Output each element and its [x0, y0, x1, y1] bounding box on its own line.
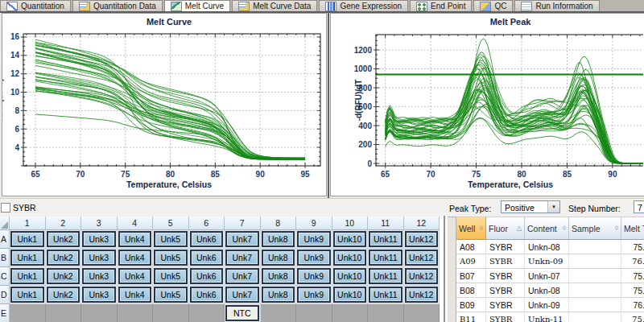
well-C6[interactable]: Unk6 — [190, 268, 224, 284]
well-D9[interactable]: Unk9 — [297, 287, 331, 303]
tab-qc[interactable]: QC — [473, 0, 513, 11]
plate-column-header-11[interactable]: 11 — [368, 217, 404, 230]
plate-column-header-6[interactable]: 6 — [189, 217, 225, 230]
cell-B09-content[interactable]: Unkn-09 — [525, 298, 569, 312]
plate-column-header-4[interactable]: 4 — [118, 217, 154, 230]
well-A11[interactable]: Unk11 — [369, 231, 402, 247]
well-B3[interactable]: Unk3 — [82, 250, 116, 266]
plate-column-header-10[interactable]: 10 — [332, 217, 369, 230]
well-A7[interactable]: Unk7 — [225, 231, 259, 247]
tab-quantitation-data[interactable]: Quantitation Data — [72, 0, 163, 11]
cell-A09-well[interactable]: A09 — [456, 254, 486, 269]
well-D2[interactable]: Unk2 — [47, 287, 80, 303]
well-D1[interactable]: Unk1 — [10, 287, 44, 303]
cell-B11-melt[interactable]: 75. — [621, 312, 644, 322]
cell-B08-fluor[interactable]: SYBR — [486, 283, 525, 298]
well-E12-empty[interactable] — [404, 304, 440, 322]
well-D7[interactable]: Unk7 — [225, 287, 259, 303]
well-E2-empty[interactable] — [46, 304, 82, 322]
cell-A08-fluor[interactable]: SYBR — [486, 240, 525, 254]
well-B1[interactable]: Unk1 — [10, 250, 44, 266]
cell-A08-content[interactable]: Unkn-08 — [525, 240, 569, 254]
well-B10[interactable]: Unk10 — [333, 250, 367, 266]
cell-B07-content[interactable]: Unkn-07 — [525, 269, 569, 283]
well-D12[interactable]: Unk12 — [405, 287, 439, 303]
plate-column-header-3[interactable]: 3 — [81, 217, 118, 230]
well-D6[interactable]: Unk6 — [190, 287, 224, 303]
well-C7[interactable]: Unk7 — [225, 268, 259, 284]
well-D8[interactable]: Unk8 — [262, 287, 295, 303]
plate-select-all-corner[interactable] — [0, 217, 10, 230]
cell-B08-content[interactable]: Unkn-08 — [525, 283, 569, 298]
well-E3-empty[interactable] — [81, 304, 118, 322]
tab-melt-curve[interactable]: Melt Curve — [164, 0, 230, 11]
cell-B09-sample[interactable] — [569, 298, 621, 312]
column-header-well[interactable]: Well◊ — [456, 217, 486, 240]
step-number-input[interactable]: 7 — [634, 200, 644, 213]
cell-B08-well[interactable]: B08 — [456, 283, 486, 298]
well-C11[interactable]: Unk11 — [369, 268, 402, 284]
cell-A08-sample[interactable] — [569, 240, 621, 254]
cell-B09-melt[interactable]: 76. — [621, 298, 644, 312]
well-B11[interactable]: Unk11 — [369, 250, 402, 266]
well-E1-empty[interactable] — [10, 304, 46, 322]
well-C2[interactable]: Unk2 — [47, 268, 80, 284]
cell-B11-sample[interactable] — [569, 312, 621, 322]
cell-B11-well[interactable]: B11 — [456, 312, 486, 322]
plate-column-header-7[interactable]: 7 — [225, 217, 261, 230]
well-A12[interactable]: Unk12 — [405, 231, 439, 247]
well-E11-empty[interactable] — [368, 304, 404, 322]
well-A4[interactable]: Unk4 — [118, 231, 152, 247]
well-C4[interactable]: Unk4 — [118, 268, 152, 284]
tab-quantitation[interactable]: Quantitation — [0, 0, 71, 11]
well-A3[interactable]: Unk3 — [82, 231, 116, 247]
cell-A08-melt[interactable]: 75. — [621, 240, 644, 254]
column-header-sample[interactable]: Sample◊ — [569, 217, 621, 240]
well-A8[interactable]: Unk8 — [262, 231, 295, 247]
well-C5[interactable]: Unk5 — [154, 268, 188, 284]
column-header-fluor[interactable]: Fluor△ — [486, 217, 525, 240]
well-E6-empty[interactable] — [189, 304, 225, 322]
tab-gene-expression[interactable]: Gene Expression — [319, 0, 408, 11]
tab-melt-curve-data[interactable]: Melt Curve Data — [232, 0, 317, 11]
well-B4[interactable]: Unk4 — [118, 250, 152, 266]
plate-row-header-E[interactable]: E — [0, 304, 10, 322]
cell-B07-well[interactable]: B07 — [456, 269, 486, 283]
well-E4-empty[interactable] — [118, 304, 154, 322]
well-C10[interactable]: Unk10 — [333, 268, 367, 284]
cell-A08-well[interactable]: A08 — [456, 240, 486, 254]
well-A1[interactable]: Unk1 — [10, 231, 44, 247]
cell-B08-sample[interactable] — [569, 283, 621, 298]
well-D11[interactable]: Unk11 — [369, 287, 402, 303]
cell-B07-melt[interactable]: 75. — [621, 269, 644, 283]
well-E10-empty[interactable] — [332, 304, 369, 322]
cell-B09-fluor[interactable]: SYBR — [486, 298, 525, 312]
plate-row-header-C[interactable]: C — [0, 267, 10, 286]
cell-A09-sample[interactable] — [569, 254, 621, 269]
plate-column-header-5[interactable]: 5 — [153, 217, 189, 230]
well-B9[interactable]: Unk9 — [297, 250, 331, 266]
plate-column-header-1[interactable]: 1 — [10, 217, 46, 230]
plate-column-header-8[interactable]: 8 — [261, 217, 297, 230]
plate-column-header-9[interactable]: 9 — [296, 217, 332, 230]
cell-A09-fluor[interactable]: SYBR — [486, 254, 525, 269]
cell-A09-melt[interactable]: 76. — [621, 254, 644, 269]
well-B6[interactable]: Unk6 — [190, 250, 224, 266]
well-C12[interactable]: Unk12 — [405, 268, 439, 284]
well-C9[interactable]: Unk9 — [297, 268, 331, 284]
cell-B11-content[interactable]: Unkn-11 — [525, 312, 569, 322]
tab-end-point[interactable]: End Point — [410, 0, 472, 11]
plate-column-header-12[interactable]: 12 — [404, 217, 440, 230]
well-B5[interactable]: Unk5 — [154, 250, 188, 266]
well-E8-empty[interactable] — [261, 304, 297, 322]
cell-B09-well[interactable]: B09 — [456, 298, 486, 312]
well-B2[interactable]: Unk2 — [47, 250, 80, 266]
well-B7[interactable]: Unk7 — [225, 250, 259, 266]
well-D5[interactable]: Unk5 — [154, 287, 188, 303]
cell-B08-melt[interactable]: 75. — [621, 283, 644, 298]
peak-type-select[interactable]: Positive ▼ — [501, 200, 560, 213]
well-E9-empty[interactable] — [296, 304, 332, 322]
tab-run-information[interactable]: Run Information — [514, 0, 599, 11]
well-E7[interactable]: NTC — [225, 305, 259, 321]
well-C1[interactable]: Unk1 — [10, 268, 44, 284]
